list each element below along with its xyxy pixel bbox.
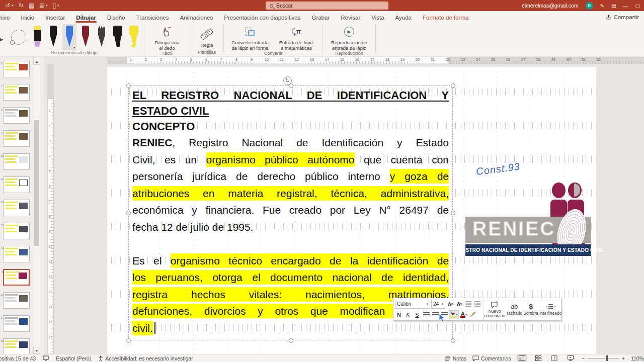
text-highlight-button[interactable]: ▾	[449, 310, 459, 319]
selection-handle[interactable]	[126, 83, 131, 88]
zoom-in-button[interactable]: +	[622, 355, 625, 361]
align-left-icon[interactable]	[422, 310, 430, 319]
qat-overflow-icon[interactable]: ▾	[57, 4, 59, 8]
decrease-indent-icon[interactable]	[464, 300, 472, 309]
tab-inicio[interactable]: Inicio	[15, 12, 40, 23]
pen-mode-icon[interactable]: ✎	[600, 3, 604, 9]
slide-thumbnail-8[interactable]: 8	[3, 107, 30, 124]
eraser-tool[interactable]	[30, 24, 44, 50]
thumbnails-scrollbar[interactable]	[33, 65, 40, 346]
tab-vista[interactable]: Vista	[366, 12, 389, 23]
tab-transiciones[interactable]: Transiciones	[131, 12, 175, 23]
underline-button[interactable]: S	[413, 310, 421, 319]
view-reading-button[interactable]	[549, 354, 559, 362]
text-shadow-button[interactable]: S Sombra	[523, 298, 539, 320]
notes-button[interactable]: Notas	[445, 355, 466, 361]
lasso-select-icon[interactable]	[11, 30, 26, 45]
thumbnails-scroll-up-button[interactable]: ▲	[33, 58, 40, 65]
bullets-caret-icon[interactable]: ▾	[46, 4, 48, 8]
font-name-select[interactable]: Calibri▾	[395, 300, 430, 309]
tab-revisar[interactable]: Revisar	[335, 12, 366, 23]
view-normal-button[interactable]	[517, 354, 527, 362]
slide-thumbnail-9[interactable]: 9	[3, 130, 30, 147]
restore-button[interactable]: ▢	[635, 3, 640, 9]
line-spacing-button[interactable]: ↕▾ Interlineado	[539, 298, 562, 320]
tab-animaciones[interactable]: Animaciones	[174, 12, 218, 23]
strikethrough-button[interactable]: ab Tachado	[506, 298, 523, 320]
account-email[interactable]: elmerelmas@gmail.com	[522, 3, 579, 9]
slideshow-icon[interactable]: ▦	[29, 2, 34, 9]
shrink-font-button[interactable]: A˅	[455, 300, 463, 309]
reniec-logo[interactable]: RENIEC REGISTRO NACIONAL DE IDENTIFICACI…	[465, 180, 591, 256]
marker-black-tool[interactable]	[111, 24, 125, 50]
grow-font-button[interactable]: A˄	[446, 300, 454, 309]
tab-dibujar[interactable]: Dibujar	[70, 12, 102, 23]
pen-options-caret-icon[interactable]: ▾	[73, 45, 75, 50]
slide-thumbnail-11[interactable]: 11	[3, 176, 30, 193]
new-file-icon[interactable]: ▯	[53, 2, 56, 9]
zoom-slider[interactable]	[588, 358, 619, 358]
slide-thumbnail-13[interactable]: 13	[3, 223, 30, 239]
draw-with-finger-button[interactable]: Dibujar con el dedo	[147, 24, 187, 51]
font-size-select[interactable]: 24▾	[431, 300, 445, 309]
selection-handle[interactable]	[126, 211, 131, 215]
highlighter-yellow-tool[interactable]	[127, 24, 141, 50]
selection-handle[interactable]	[451, 211, 455, 215]
slide-canvas[interactable]: ↻ EL REGISTRO NACIONAL DE IDENTIFICACION…	[107, 67, 596, 354]
selection-handle[interactable]	[451, 338, 455, 343]
tab-insertar[interactable]: Insertar	[40, 12, 70, 23]
slide-thumbnail-16[interactable]: 16	[3, 292, 30, 309]
tab-formato-de-forma[interactable]: Formato de forma	[417, 12, 474, 23]
align-center-icon[interactable]	[431, 310, 439, 319]
selection-handle[interactable]	[451, 83, 455, 88]
tab-archivo[interactable]: Archivo	[0, 12, 15, 23]
thumbnails-scroll-down-button[interactable]: ▼	[33, 347, 40, 354]
bullets-icon[interactable]: ≣	[39, 2, 44, 9]
undo-icon[interactable]: ↺	[5, 2, 10, 9]
tab-ayuda[interactable]: Ayuda	[390, 12, 417, 23]
new-comment-button[interactable]: Nuevo comentario	[484, 298, 506, 320]
increase-indent-icon[interactable]	[473, 300, 481, 309]
ink-to-math-button[interactable]: ⤹π Entrada de lápiz a matemáticas	[273, 24, 319, 51]
minimize-button[interactable]: —	[623, 3, 628, 9]
bold-button[interactable]: N	[395, 310, 403, 319]
select-tool-icon[interactable]: ➤	[0, 23, 4, 56]
ribbon-options-icon[interactable]: ▤	[611, 3, 616, 9]
slide-thumbnail-7[interactable]: 7	[3, 84, 30, 101]
font-color-button[interactable]: A▾	[460, 310, 468, 319]
zoom-slider-thumb[interactable]	[606, 355, 608, 361]
accessibility-status[interactable]: Accesibilidad: es necesario investigar	[98, 355, 193, 361]
view-slideshow-button[interactable]	[566, 354, 576, 362]
language-status[interactable]: Español (Perú)	[56, 355, 91, 361]
slide-thumbnail-14[interactable]: 14	[3, 246, 30, 262]
redo-icon[interactable]: ↻	[19, 2, 24, 9]
view-slide-sorter-button[interactable]	[533, 354, 543, 362]
avatar[interactable]: E	[586, 2, 593, 10]
search-input[interactable]: Buscar	[266, 2, 388, 10]
presenter-icon[interactable]	[43, 355, 49, 361]
pen-black-tool[interactable]	[46, 24, 60, 50]
pen-darkred-tool[interactable]	[78, 24, 93, 50]
slide-thumbnail-17[interactable]: 17	[3, 315, 30, 332]
slide-thumbnail-18[interactable]: 18	[3, 338, 30, 354]
pen-blue-tool[interactable]: ▾	[62, 24, 76, 50]
selection-handle[interactable]	[126, 338, 131, 343]
italic-button[interactable]: K	[404, 310, 412, 319]
comments-button[interactable]: Comentarios	[472, 355, 511, 361]
selection-handle[interactable]	[289, 338, 293, 343]
slide-thumbnail-15[interactable]: 15	[3, 269, 30, 286]
slide-thumbnail-10[interactable]: 10	[3, 153, 30, 170]
zoom-out-button[interactable]: −	[582, 355, 585, 361]
share-button[interactable]: Compartir	[606, 14, 639, 20]
zoom-level[interactable]: 110%	[631, 355, 644, 361]
undo-caret-icon[interactable]: ▾	[12, 4, 14, 8]
tab-grabar[interactable]: Grabar	[306, 12, 335, 23]
format-painter-icon[interactable]	[469, 310, 477, 319]
ink-replay-button[interactable]: ▶ Reproducción de entrada de lápiz	[326, 24, 372, 51]
pencil-gray-tool[interactable]	[95, 24, 109, 50]
ruler-button[interactable]: Regla	[193, 27, 220, 48]
slide-thumbnail-12[interactable]: 12	[3, 200, 30, 216]
slide-thumbnail-6[interactable]: 6	[3, 61, 30, 77]
tab-presentaci-n-con-diapositivas[interactable]: Presentación con diapositivas	[218, 12, 306, 23]
ink-to-shape-button[interactable]: Convertir entrada de lápiz en forma	[227, 24, 273, 51]
